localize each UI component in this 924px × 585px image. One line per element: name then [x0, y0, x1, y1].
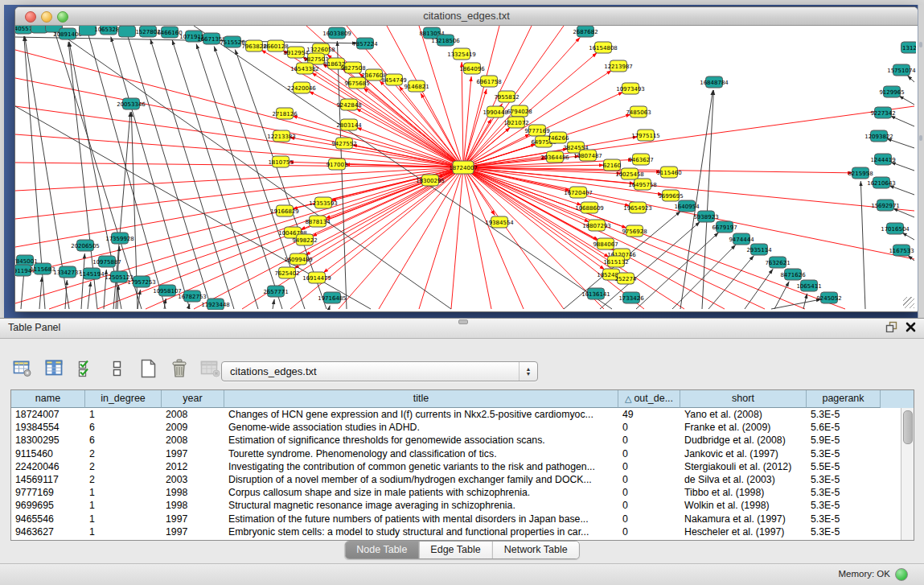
- tab-node-table[interactable]: Node Table: [345, 542, 418, 558]
- table-cell[interactable]: 1998: [162, 499, 224, 512]
- table-cell[interactable]: 2: [85, 473, 162, 486]
- table-cell[interactable]: 9699695: [11, 499, 85, 512]
- table-cell[interactable]: 1997: [162, 513, 224, 525]
- table-cell[interactable]: 0: [618, 473, 680, 486]
- table-cell[interactable]: 1998: [162, 486, 224, 499]
- table-cell[interactable]: de Silva et al. (2003): [680, 473, 807, 486]
- table-cell[interactable]: 1997: [162, 447, 224, 460]
- table-cell[interactable]: 18300295: [11, 434, 85, 447]
- vertical-scrollbar[interactable]: [901, 408, 914, 540]
- table-cell[interactable]: 0: [618, 460, 680, 473]
- table-cell[interactable]: 18724007: [11, 408, 85, 421]
- table-cell[interactable]: 1: [85, 408, 162, 421]
- table-cell[interactable]: Tourette syndrome. Phenomenology and cla…: [224, 447, 618, 460]
- table-cell[interactable]: 49: [618, 408, 680, 421]
- panel-splitter-handle[interactable]: [458, 319, 468, 324]
- close-panel-icon[interactable]: [906, 322, 916, 332]
- table-cell[interactable]: 1997: [162, 525, 224, 538]
- table-cell[interactable]: Disruption of a novel member of a sodium…: [224, 473, 618, 486]
- network-window[interactable]: citations_edges.txt 24055722089140610653…: [14, 6, 918, 312]
- table-cell[interactable]: Jankovic et al. (1997): [680, 447, 807, 460]
- table-cell[interactable]: 2003: [162, 473, 224, 486]
- table-cell[interactable]: 0: [618, 421, 680, 434]
- table-cell[interactable]: 2009: [162, 421, 224, 434]
- table-cell[interactable]: Stergiakouli et al. (2012): [680, 460, 807, 473]
- table-cell[interactable]: 0: [618, 447, 680, 460]
- table-cell[interactable]: 9777169: [11, 486, 85, 499]
- table-row[interactable]: 2242004622012Investigating the contribut…: [11, 460, 914, 473]
- show-column-icon[interactable]: [43, 358, 65, 379]
- column-header-out_de[interactable]: △out_de...: [618, 390, 680, 408]
- table-cell[interactable]: 0: [618, 486, 680, 499]
- table-row[interactable]: 1872400712008Changes of HCN gene express…: [11, 408, 914, 421]
- column-header-title[interactable]: title: [224, 390, 618, 408]
- table-cell[interactable]: 0: [618, 499, 680, 512]
- table-cell[interactable]: 1: [85, 499, 162, 512]
- table-cell[interactable]: Tibbo et al. (1998): [680, 486, 807, 499]
- table-cell[interactable]: Dudbridge et al. (2008): [680, 434, 807, 447]
- table-cell[interactable]: 9465546: [11, 513, 85, 525]
- table-cell[interactable]: Embryonic stem cells: a model to study s…: [224, 525, 618, 538]
- column-header-name[interactable]: name: [11, 390, 85, 408]
- table-cell[interactable]: 19384554: [11, 421, 85, 434]
- network-canvas[interactable]: 2405572208914061065328715278026466160107…: [15, 26, 916, 310]
- table-cell[interactable]: 5.3E-5: [807, 408, 881, 421]
- citation-network-graph[interactable]: 2405572208914061065328715278026466160107…: [15, 26, 916, 310]
- table-cell[interactable]: 5.3E-5: [807, 499, 881, 512]
- table-cell[interactable]: Estimation of the future numbers of pati…: [224, 513, 618, 525]
- table-cell[interactable]: 6: [85, 421, 162, 434]
- column-header-short[interactable]: short: [680, 390, 807, 408]
- table-cell[interactable]: 1: [85, 525, 162, 538]
- new-file-icon[interactable]: [137, 358, 159, 379]
- table-row[interactable]: 946362711997Embryonic stem cells: a mode…: [11, 525, 914, 538]
- table-cell[interactable]: 22420046: [11, 460, 85, 473]
- table-cell[interactable]: Changes of HCN gene expression and I(f) …: [224, 408, 618, 421]
- select-rows-icon[interactable]: [74, 358, 97, 379]
- table-cell[interactable]: 5.3E-5: [807, 486, 881, 499]
- table-cell[interactable]: 2008: [162, 434, 224, 447]
- table-cell[interactable]: 5.3E-5: [807, 525, 881, 538]
- table-row[interactable]: 977716911998Corpus callosum shape and si…: [11, 486, 914, 499]
- table-row[interactable]: 1938455462009Genome-wide association stu…: [11, 421, 914, 434]
- table-cell[interactable]: 5.3E-5: [807, 473, 881, 486]
- table-cell[interactable]: 2: [85, 460, 162, 473]
- table-cell[interactable]: 2: [85, 447, 162, 460]
- table-cell[interactable]: 9115460: [11, 447, 85, 460]
- table-row[interactable]: 969969511998Structural magnetic resonanc…: [11, 499, 914, 512]
- column-header-in_degree[interactable]: in_degree: [85, 390, 162, 408]
- table-row[interactable]: 946554611997Estimation of the future num…: [11, 513, 914, 525]
- table-cell[interactable]: Structural magnetic resonance image aver…: [224, 499, 618, 512]
- column-header-pagerank[interactable]: pagerank: [807, 390, 881, 408]
- table-cell[interactable]: 6: [85, 434, 162, 447]
- table-cell[interactable]: 14569117: [11, 473, 85, 486]
- table-cell[interactable]: Genome-wide association studies in ADHD.: [224, 421, 618, 434]
- right-splitter[interactable]: [918, 5, 924, 318]
- table-cell[interactable]: Wolkin et al. (1998): [680, 499, 807, 512]
- trash-icon[interactable]: [168, 358, 191, 379]
- table-cell[interactable]: Corpus callosum shape and size in male p…: [224, 486, 618, 499]
- resize-grip-icon[interactable]: [903, 297, 914, 308]
- table-cell[interactable]: 5.3E-5: [807, 447, 881, 460]
- table-row[interactable]: 1830029562008Estimation of significance …: [11, 434, 914, 447]
- table-row[interactable]: 1456911722003Disruption of a novel membe…: [11, 473, 914, 486]
- clear-selection-icon[interactable]: [105, 358, 128, 379]
- table-cell[interactable]: Nakamura et al. (1997): [680, 513, 807, 525]
- table-select-dropdown[interactable]: citations_edges.txt ▲▼: [221, 361, 538, 381]
- table-cell[interactable]: 5.5E-5: [807, 460, 881, 473]
- column-header-year[interactable]: year: [162, 390, 224, 408]
- table-cell[interactable]: 5.9E-5: [807, 434, 881, 447]
- float-panel-icon[interactable]: [885, 321, 897, 332]
- table-cell[interactable]: 5.6E-5: [807, 421, 881, 434]
- tab-network-table[interactable]: Network Table: [492, 542, 579, 558]
- network-window-titlebar[interactable]: citations_edges.txt: [15, 7, 918, 26]
- table-cell[interactable]: 1: [85, 486, 162, 499]
- table-cell[interactable]: 2012: [162, 460, 224, 473]
- graph-node-unlabeled[interactable]: [119, 26, 136, 37]
- table-row[interactable]: 911546021997Tourette syndrome. Phenomeno…: [11, 447, 914, 460]
- table-cell[interactable]: Franke et al. (2009): [680, 421, 807, 434]
- table-cell[interactable]: 5.3E-5: [807, 513, 881, 525]
- table-cell[interactable]: Yano et al. (2008): [680, 408, 807, 421]
- table-cell[interactable]: 1: [85, 513, 162, 525]
- table-cell[interactable]: 9463627: [11, 525, 85, 538]
- table-cell[interactable]: 0: [618, 525, 680, 538]
